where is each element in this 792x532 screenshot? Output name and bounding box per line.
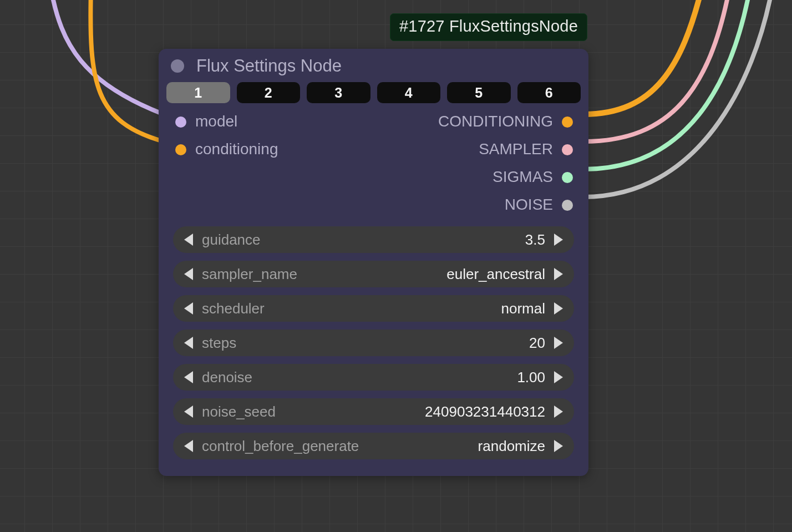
output-port-conditioning[interactable]: CONDITIONING	[438, 108, 573, 135]
widget-sampler_name[interactable]: sampler_nameeuler_ancestral	[173, 261, 574, 287]
chevron-left-icon[interactable]	[184, 234, 193, 246]
widget-guidance[interactable]: guidance3.5	[173, 226, 574, 253]
chevron-right-icon[interactable]	[554, 234, 563, 246]
chevron-right-icon[interactable]	[554, 440, 563, 452]
node-header[interactable]: Flux Settings Node	[159, 49, 588, 82]
output-port-sampler[interactable]: SAMPLER	[438, 135, 573, 163]
widget-value: euler_ancestral	[446, 266, 545, 283]
widget-denoise[interactable]: denoise1.00	[173, 364, 574, 391]
widget-value: randomize	[478, 438, 545, 455]
port-label: CONDITIONING	[438, 113, 553, 130]
port-label: conditioning	[195, 140, 278, 158]
widget-noise_seed[interactable]: noise_seed240903231440312	[173, 398, 574, 425]
port-dot-icon	[175, 144, 186, 155]
flux-settings-node[interactable]: Flux Settings Node 123456 modelcondition…	[159, 49, 588, 476]
widget-label: control_before_generate	[202, 438, 359, 455]
port-dot-icon	[562, 172, 573, 183]
chevron-left-icon[interactable]	[184, 406, 193, 418]
chevron-left-icon[interactable]	[184, 440, 193, 452]
widget-scheduler[interactable]: schedulernormal	[173, 295, 574, 322]
widget-value: normal	[501, 300, 545, 317]
widget-label: steps	[202, 335, 236, 352]
output-port-sigmas[interactable]: SIGMAS	[438, 163, 573, 191]
port-label: model	[195, 113, 237, 130]
input-port-conditioning[interactable]: conditioning	[175, 135, 278, 163]
widget-value: 3.5	[525, 231, 545, 249]
port-dot-icon	[562, 200, 573, 211]
widget-value: 240903231440312	[425, 403, 545, 420]
chevron-right-icon[interactable]	[554, 337, 563, 349]
chevron-left-icon[interactable]	[184, 268, 193, 280]
chevron-right-icon[interactable]	[554, 371, 563, 383]
widget-label: sampler_name	[202, 266, 297, 283]
widget-value: 20	[529, 335, 545, 352]
chevron-left-icon[interactable]	[184, 302, 193, 315]
port-dot-icon	[562, 116, 573, 128]
widget-label: scheduler	[202, 300, 265, 317]
tab-1[interactable]: 1	[166, 82, 230, 103]
tab-5[interactable]: 5	[447, 82, 511, 103]
chevron-right-icon[interactable]	[554, 406, 563, 418]
port-label: SAMPLER	[479, 140, 553, 158]
tab-2[interactable]: 2	[237, 82, 301, 103]
output-port-noise[interactable]: NOISE	[438, 191, 573, 219]
widget-control_before_generate[interactable]: control_before_generaterandomize	[173, 433, 574, 459]
tab-6[interactable]: 6	[517, 82, 581, 103]
input-port-model[interactable]: model	[175, 108, 278, 135]
tab-3[interactable]: 3	[307, 82, 370, 103]
port-label: NOISE	[505, 196, 553, 214]
chevron-left-icon[interactable]	[184, 371, 193, 383]
node-tabs: 123456	[159, 82, 588, 108]
widget-label: denoise	[202, 369, 252, 386]
node-id-badge: #1727 FluxSettingsNode	[390, 13, 587, 41]
tab-4[interactable]: 4	[377, 82, 441, 103]
port-dot-icon	[562, 144, 573, 155]
widget-steps[interactable]: steps20	[173, 330, 574, 356]
node-ports: modelconditioning CONDITIONINGSAMPLERSIG…	[159, 108, 588, 223]
chevron-left-icon[interactable]	[184, 337, 193, 349]
chevron-right-icon[interactable]	[554, 302, 563, 315]
widget-value: 1.00	[517, 369, 545, 386]
widget-label: noise_seed	[202, 403, 276, 420]
port-dot-icon	[175, 116, 186, 128]
node-widgets: guidance3.5sampler_nameeuler_ancestralsc…	[159, 223, 588, 476]
node-title: Flux Settings Node	[196, 56, 342, 76]
node-collapse-dot-icon[interactable]	[171, 59, 184, 73]
widget-label: guidance	[202, 231, 261, 249]
chevron-right-icon[interactable]	[554, 268, 563, 280]
port-label: SIGMAS	[493, 168, 553, 186]
node-id-text: #1727 FluxSettingsNode	[399, 17, 578, 35]
